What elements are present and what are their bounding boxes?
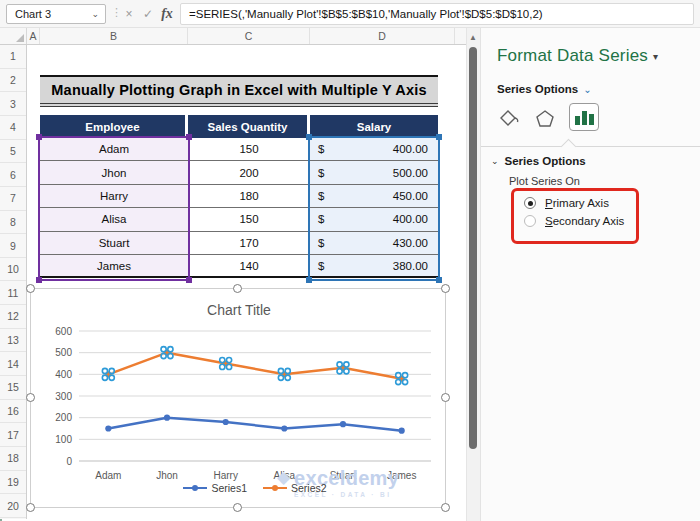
- currency-symbol: $: [318, 213, 324, 225]
- point-selection-mark: [109, 368, 114, 373]
- cell-sales-quantity[interactable]: 150: [188, 208, 310, 230]
- cell-sales-quantity[interactable]: 200: [188, 161, 310, 183]
- cell-salary[interactable]: $450.00: [310, 185, 438, 207]
- row-header-14[interactable]: 14: [0, 352, 26, 376]
- chart-object[interactable]: Chart Title0100200300400500600AdamJhonHa…: [30, 288, 446, 508]
- cell-salary[interactable]: $400.00: [310, 208, 438, 230]
- chart-selection-handle[interactable]: [26, 393, 35, 402]
- formula-input[interactable]: =SERIES(,'Manually Plot'!$B$5:$B$10,'Man…: [180, 3, 694, 25]
- collapse-chevron-icon: ⌄: [491, 156, 499, 166]
- row-header-19[interactable]: 19: [0, 471, 26, 495]
- data-point-marker[interactable]: [223, 419, 229, 425]
- table-header-salary[interactable]: Salary: [310, 115, 438, 138]
- data-point-marker[interactable]: [399, 428, 405, 434]
- column-header-C[interactable]: C: [188, 28, 310, 44]
- chart-selection-handle[interactable]: [233, 503, 242, 512]
- table-header-sales-quantity[interactable]: Sales Quantity: [188, 115, 310, 138]
- legend-item-Series2[interactable]: Series2: [263, 482, 327, 494]
- row-header-7[interactable]: 7: [0, 187, 26, 211]
- table-header-employee[interactable]: Employee: [40, 115, 188, 138]
- scrollbar-thumb[interactable]: [469, 47, 477, 449]
- cancel-icon[interactable]: ×: [120, 4, 138, 24]
- category-axis-label[interactable]: Jhon: [156, 470, 178, 481]
- scroll-up-icon[interactable]: ▲: [466, 31, 480, 43]
- category-axis-label[interactable]: Adam: [95, 470, 121, 481]
- row-header-11[interactable]: 11: [0, 282, 26, 306]
- data-point-marker[interactable]: [281, 425, 287, 431]
- value-axis-label[interactable]: 100: [55, 434, 72, 445]
- pane-title-dropdown-icon[interactable]: ▾: [653, 51, 658, 62]
- point-selection-mark: [402, 379, 407, 384]
- row-header-12[interactable]: 12: [0, 305, 26, 329]
- chart-legend[interactable]: Series1Series2: [79, 482, 431, 494]
- name-box[interactable]: Chart 3 ⌄: [6, 4, 106, 24]
- row-header-18[interactable]: 18: [0, 447, 26, 471]
- chart-selection-handle[interactable]: [441, 503, 450, 512]
- chart-selection-handle[interactable]: [441, 393, 450, 402]
- series-options-icon[interactable]: [569, 103, 599, 131]
- enter-icon[interactable]: ✓: [139, 4, 157, 24]
- chart-selection-handle[interactable]: [233, 284, 242, 293]
- column-header-D[interactable]: D: [310, 28, 455, 44]
- select-all-corner[interactable]: [0, 28, 27, 44]
- radio-selected-icon[interactable]: [524, 197, 536, 209]
- insert-function-icon[interactable]: fx: [158, 4, 176, 24]
- cell-employee[interactable]: James: [40, 255, 188, 276]
- category-axis-label[interactable]: Harry: [213, 470, 237, 481]
- value-axis-label[interactable]: 0: [66, 456, 72, 467]
- cell-sales-quantity[interactable]: 150: [188, 138, 310, 160]
- row-header-16[interactable]: 16: [0, 400, 26, 424]
- cell-employee[interactable]: Stuart: [40, 232, 188, 254]
- cell-sales-quantity[interactable]: 170: [188, 232, 310, 254]
- value-axis-label[interactable]: 400: [55, 369, 72, 380]
- series-line-Series1[interactable]: [108, 418, 401, 431]
- row-header-1[interactable]: 1: [0, 45, 26, 69]
- column-header-A[interactable]: A: [27, 28, 40, 44]
- chart-title[interactable]: Chart Title: [207, 302, 271, 318]
- row-header-6[interactable]: 6: [0, 163, 26, 187]
- effects-icon[interactable]: [533, 107, 557, 131]
- row-header-8[interactable]: 8: [0, 211, 26, 235]
- primary-axis-option[interactable]: Primary Axis: [524, 197, 609, 209]
- radio-unselected-icon[interactable]: [524, 215, 536, 227]
- value-axis-label[interactable]: 200: [55, 412, 72, 423]
- row-header-17[interactable]: 17: [0, 423, 26, 447]
- fill-line-icon[interactable]: [497, 107, 521, 131]
- row-header-9[interactable]: 9: [0, 234, 26, 258]
- cell-salary[interactable]: $500.00: [310, 161, 438, 183]
- value-axis-label[interactable]: 300: [55, 391, 72, 402]
- series-options-dropdown[interactable]: Series Options ⌄: [497, 83, 592, 95]
- data-point-marker[interactable]: [164, 415, 170, 421]
- secondary-axis-option[interactable]: Secondary Axis: [524, 215, 624, 227]
- row-header-15[interactable]: 15: [0, 376, 26, 400]
- data-point-marker[interactable]: [340, 421, 346, 427]
- column-header-B[interactable]: B: [40, 28, 188, 44]
- chevron-down-icon[interactable]: ⌄: [91, 10, 105, 19]
- cell-sales-quantity[interactable]: 180: [188, 185, 310, 207]
- cell-salary[interactable]: $380.00: [310, 255, 438, 276]
- row-header-13[interactable]: 13: [0, 329, 26, 353]
- cell-employee[interactable]: Alisa: [40, 208, 188, 230]
- cell-salary[interactable]: $430.00: [310, 232, 438, 254]
- cell-salary[interactable]: $400.00: [310, 138, 438, 160]
- value-axis-label[interactable]: 600: [55, 326, 72, 337]
- row-header-20[interactable]: 20: [0, 494, 26, 518]
- series-options-section-header[interactable]: ⌄ Series Options: [491, 155, 586, 167]
- cell-employee[interactable]: Jhon: [40, 161, 188, 183]
- currency-symbol: $: [318, 167, 324, 179]
- section-header-label: Series Options: [505, 155, 586, 167]
- cell-employee[interactable]: Adam: [40, 138, 188, 160]
- chart-selection-handle[interactable]: [441, 284, 450, 293]
- row-header-5[interactable]: 5: [0, 140, 26, 164]
- value-axis-label[interactable]: 500: [55, 347, 72, 358]
- row-header-3[interactable]: 3: [0, 92, 26, 116]
- legend-item-Series1[interactable]: Series1: [183, 482, 247, 494]
- row-header-4[interactable]: 4: [0, 116, 26, 140]
- chart-selection-handle[interactable]: [26, 503, 35, 512]
- data-point-marker[interactable]: [105, 425, 111, 431]
- cell-sales-quantity[interactable]: 140: [188, 255, 310, 276]
- row-header-10[interactable]: 10: [0, 258, 26, 282]
- cell-employee[interactable]: Harry: [40, 185, 188, 207]
- chart-selection-handle[interactable]: [26, 284, 35, 293]
- row-header-2[interactable]: 2: [0, 69, 26, 93]
